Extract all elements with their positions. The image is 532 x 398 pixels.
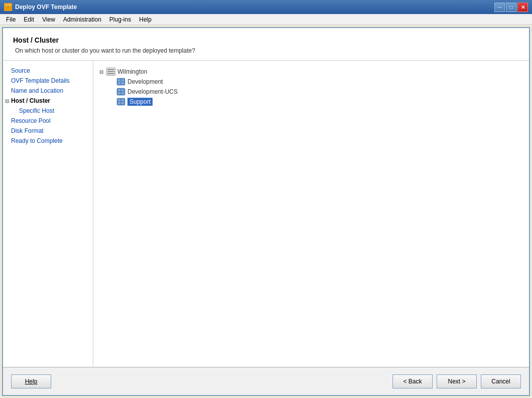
nav-host-cluster-label: Host / Cluster <box>11 97 50 104</box>
help-button[interactable]: Help <box>11 374 51 388</box>
menu-file[interactable]: File <box>2 15 20 24</box>
menu-edit[interactable]: Edit <box>20 15 38 24</box>
svg-point-2 <box>8 6 9 8</box>
svg-rect-12 <box>121 92 124 94</box>
app-icon <box>4 3 12 11</box>
nav-source[interactable]: Source <box>3 66 93 76</box>
back-button[interactable]: < Back <box>392 374 433 388</box>
cluster-icon-support <box>116 98 125 106</box>
tree-label-development-ucs[interactable]: Development-UCS <box>127 88 178 95</box>
cancel-button[interactable]: Cancel <box>481 374 521 388</box>
nav-specific-host-container: Specific Host <box>3 106 93 116</box>
svg-rect-11 <box>118 92 120 94</box>
svg-rect-7 <box>121 82 124 84</box>
tree-label-development[interactable]: Development <box>127 78 163 85</box>
minimize-button[interactable]: ─ <box>494 3 505 12</box>
nav-specific-host[interactable]: Specific Host <box>19 106 93 116</box>
tree-children-wilmington: Development <box>109 77 523 107</box>
tree-node-development: Development <box>109 77 523 87</box>
title-bar: Deploy OVF Template ─ □ ✕ <box>0 0 532 14</box>
right-content: ⊟ Wilmington <box>93 61 529 367</box>
dialog-footer: Help < Back Next > Cancel <box>3 367 529 395</box>
svg-rect-4 <box>118 79 120 81</box>
maximize-button[interactable]: □ <box>506 3 516 12</box>
nav-host-cluster-section: ⊟ Host / Cluster <box>3 96 93 106</box>
svg-rect-3 <box>117 78 125 85</box>
menu-plugins[interactable]: Plug-ins <box>105 15 135 24</box>
dialog-title: Host / Cluster <box>13 36 519 44</box>
ucs-icon-development <box>116 88 125 96</box>
svg-rect-14 <box>118 99 120 101</box>
nav-host-cluster-toggle[interactable]: ⊟ <box>5 98 11 104</box>
svg-rect-5 <box>121 79 124 81</box>
tree-label-wilmington[interactable]: Wilmington <box>117 68 147 75</box>
svg-rect-9 <box>118 89 120 91</box>
dialog-body: Source OVF Template Details Name and Loc… <box>3 61 529 367</box>
window-title: Deploy OVF Template <box>15 4 494 11</box>
tree-toggle-development <box>109 79 116 85</box>
tree-node-support: Support <box>109 97 523 107</box>
close-button[interactable]: ✕ <box>517 3 528 12</box>
menu-administration[interactable]: Administration <box>59 15 105 24</box>
datacenter-icon <box>106 68 115 76</box>
menu-help[interactable]: Help <box>135 15 156 24</box>
svg-rect-16 <box>118 102 120 104</box>
nav-disk-format[interactable]: Disk Format <box>3 126 93 136</box>
tree-node-wilmington: ⊟ Wilmington <box>99 67 523 77</box>
svg-rect-10 <box>121 89 124 91</box>
nav-name-location[interactable]: Name and Location <box>3 86 93 96</box>
dialog-subtitle: On which host or cluster do you want to … <box>13 47 519 54</box>
cluster-icon-development <box>116 78 125 86</box>
tree-label-support[interactable]: Support <box>127 98 153 106</box>
footer-left: Help <box>11 374 392 388</box>
menu-view[interactable]: View <box>38 15 59 24</box>
tree-toggle-wilmington[interactable]: ⊟ <box>99 69 106 75</box>
svg-rect-6 <box>118 82 120 84</box>
dialog-header: Host / Cluster On which host or cluster … <box>3 28 529 61</box>
window-controls[interactable]: ─ □ ✕ <box>494 3 528 12</box>
tree-toggle-support <box>109 99 116 105</box>
svg-rect-17 <box>121 102 124 104</box>
svg-rect-15 <box>121 99 124 101</box>
tree-toggle-development-ucs <box>109 89 116 95</box>
nav-ovf-details[interactable]: OVF Template Details <box>3 76 93 86</box>
left-nav: Source OVF Template Details Name and Loc… <box>3 61 93 367</box>
nav-resource-pool[interactable]: Resource Pool <box>3 116 93 126</box>
nav-ready-complete[interactable]: Ready to Complete <box>3 136 93 146</box>
menu-bar: File Edit View Administration Plug-ins H… <box>0 14 532 25</box>
next-button[interactable]: Next > <box>437 374 477 388</box>
tree-view: ⊟ Wilmington <box>99 67 523 107</box>
tree-node-development-ucs: Development-UCS <box>109 87 523 97</box>
svg-rect-8 <box>117 88 125 95</box>
dialog: Host / Cluster On which host or cluster … <box>2 27 530 396</box>
svg-rect-13 <box>117 98 125 105</box>
footer-right: < Back Next > Cancel <box>392 374 521 388</box>
